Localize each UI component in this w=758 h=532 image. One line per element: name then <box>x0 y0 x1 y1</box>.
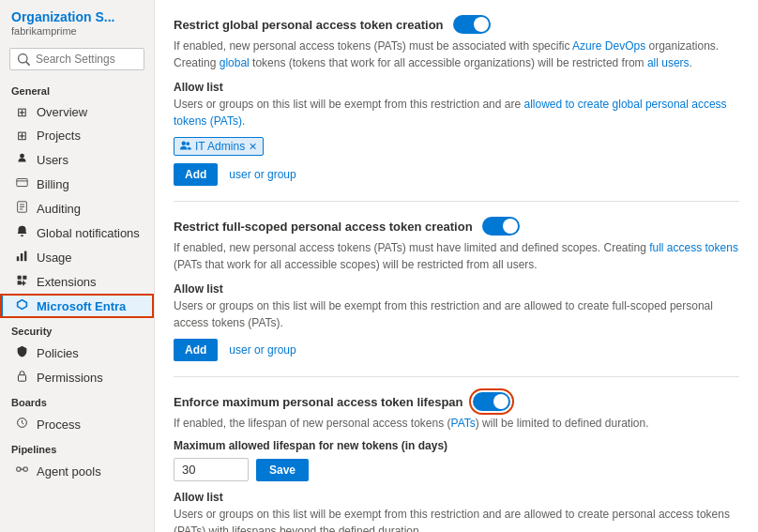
sidebar-item-extensions[interactable]: Extensions <box>0 269 154 294</box>
toggle-enforce-max-lifespan[interactable] <box>473 392 510 411</box>
lifespan-label: Maximum allowed lifespan for new tokens … <box>174 439 739 452</box>
sidebar: Organization S... fabrikamprime General … <box>0 0 155 532</box>
sidebar-item-permissions[interactable]: Permissions <box>0 365 154 389</box>
allow-list-desc-2: Users or groups on this list will be exe… <box>174 297 739 331</box>
sidebar-section-general: General ⊞ Overview ⊞ Projects Users Bill… <box>0 78 154 318</box>
section-label-general: General <box>0 78 154 100</box>
sidebar-item-microsoft-entra[interactable]: Microsoft Entra <box>0 294 154 318</box>
sidebar-item-usage[interactable]: Usage <box>0 245 154 269</box>
allow-list-label-1: Allow list <box>174 81 739 94</box>
search-icon <box>18 53 30 66</box>
add-button-desc-2: user or group <box>229 343 296 357</box>
sidebar-item-label: Agent pools <box>37 464 101 479</box>
tag-close-icon[interactable]: ✕ <box>249 141 257 153</box>
sidebar-item-overview[interactable]: ⊞ Overview <box>0 100 154 124</box>
svg-rect-11 <box>16 467 20 471</box>
sidebar-item-global-notifications[interactable]: Global notifications <box>0 220 154 245</box>
setting-desc-full-scoped: If enabled, new personal access tokens (… <box>174 239 739 273</box>
section-label-security: Security <box>0 318 154 341</box>
tag-it-admins[interactable]: IT Admins ✕ <box>174 137 264 156</box>
sidebar-item-billing[interactable]: Billing <box>0 172 154 196</box>
svg-rect-0 <box>16 178 26 186</box>
tag-group-icon <box>180 140 191 153</box>
sidebar-item-policies[interactable]: Policies <box>0 341 154 365</box>
link-allowed[interactable]: allowed to create global personal access… <box>174 98 727 128</box>
section-enforce-max-lifespan: Enforce maximum personal access token li… <box>174 377 739 532</box>
add-button-1[interactable]: Add <box>174 163 218 186</box>
billing-icon <box>14 176 29 191</box>
sidebar-item-label: Process <box>37 418 81 432</box>
sidebar-item-label: Usage <box>37 251 72 265</box>
section-label-boards: Boards <box>0 389 154 412</box>
allow-list-desc-1: Users or groups on this list will be exe… <box>174 96 739 129</box>
link-global[interactable]: global <box>220 56 250 69</box>
svg-rect-7 <box>20 253 22 261</box>
sidebar-section-pipelines: Pipelines Agent pools <box>0 436 154 483</box>
tag-label: IT Admins <box>195 140 245 153</box>
link-all-users[interactable]: all users <box>647 56 690 69</box>
link-full-access[interactable]: full access tokens <box>649 241 738 254</box>
section-label-pipelines: Pipelines <box>0 436 154 459</box>
sidebar-header: Organization S... fabrikamprime <box>0 0 154 40</box>
sidebar-item-label: Auditing <box>37 202 81 216</box>
process-icon <box>14 417 29 432</box>
policies-icon <box>14 345 29 360</box>
org-title: Organization S... <box>11 9 143 24</box>
svg-rect-9 <box>18 375 25 382</box>
toggle-slider <box>473 392 510 411</box>
agent-pools-icon <box>14 464 29 479</box>
toggle-restrict-global-pat[interactable] <box>453 15 491 34</box>
sidebar-item-auditing[interactable]: Auditing <box>0 196 154 220</box>
allow-list-label-3: Allow list <box>174 491 739 504</box>
notifications-icon <box>14 225 29 240</box>
sidebar-item-users[interactable]: Users <box>0 147 154 172</box>
setting-desc-max-lifespan: If enabled, the lifespan of new personal… <box>174 415 739 432</box>
sidebar-item-label: Overview <box>37 105 87 119</box>
org-subtitle: fabrikamprime <box>11 25 143 37</box>
link-pats[interactable]: PATs <box>451 417 476 430</box>
add-row-1: Add user or group <box>174 163 739 186</box>
sidebar-item-agent-pools[interactable]: Agent pools <box>0 459 154 483</box>
search-input[interactable] <box>36 53 136 66</box>
add-button-2[interactable]: Add <box>174 339 218 361</box>
toggle-slider <box>453 15 491 34</box>
save-button[interactable]: Save <box>256 459 309 481</box>
sidebar-item-projects[interactable]: ⊞ Projects <box>0 124 154 147</box>
main-content: Restrict global personal access token cr… <box>155 0 758 532</box>
permissions-icon <box>14 370 29 385</box>
sidebar-item-label: Microsoft Entra <box>37 299 126 313</box>
toggle-slider <box>482 217 520 236</box>
sidebar-item-label: Projects <box>37 129 81 143</box>
svg-rect-8 <box>23 251 25 262</box>
tag-row-1: IT Admins ✕ <box>174 137 739 156</box>
add-button-desc-1: user or group <box>229 168 296 181</box>
toggle-restrict-full-scoped[interactable] <box>482 217 520 236</box>
sidebar-section-boards: Boards Process <box>0 389 154 436</box>
section-restrict-global-pat: Restrict global personal access token cr… <box>174 0 739 202</box>
search-box[interactable] <box>9 48 144 70</box>
svg-rect-12 <box>23 467 27 471</box>
users-icon <box>14 152 29 167</box>
setting-desc-global-pat: If enabled, new personal access tokens (… <box>174 38 739 71</box>
sidebar-section-security: Security Policies Permissions <box>0 318 154 389</box>
usage-icon <box>14 250 29 265</box>
setting-title-max-lifespan: Enforce maximum personal access token li… <box>174 392 739 411</box>
lifespan-input[interactable] <box>174 458 249 481</box>
extensions-icon <box>14 274 29 289</box>
overview-icon: ⊞ <box>14 105 29 119</box>
sidebar-item-label: Global notifications <box>37 226 140 240</box>
sidebar-item-label: Billing <box>37 177 69 191</box>
sidebar-item-process[interactable]: Process <box>0 412 154 436</box>
allow-list-label-2: Allow list <box>174 282 739 296</box>
setting-title-global-pat: Restrict global personal access token cr… <box>174 15 739 34</box>
projects-icon: ⊞ <box>14 129 29 143</box>
microsoft-entra-icon <box>14 298 29 313</box>
link-azure-devops[interactable]: Azure DevOps <box>572 39 645 53</box>
add-row-2: Add user or group <box>174 339 739 361</box>
allow-list-desc-3: Users or groups on this list will be exe… <box>174 506 739 532</box>
svg-rect-6 <box>16 256 18 261</box>
sidebar-item-label: Policies <box>37 346 79 360</box>
section-restrict-full-scoped-pat: Restrict full-scoped personal access tok… <box>174 202 739 377</box>
sidebar-item-label: Extensions <box>37 275 97 289</box>
sidebar-item-label: Permissions <box>37 371 103 385</box>
